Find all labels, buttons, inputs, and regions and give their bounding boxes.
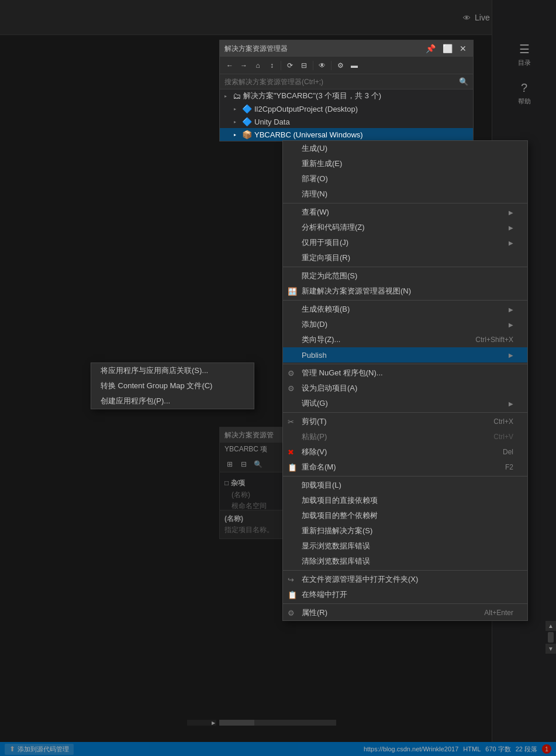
submenu-convert-content-group[interactable]: 转换 Content Group Map 文件(C) <box>91 378 254 393</box>
ctx-set-startup[interactable]: ⚙ 设为启动项目(A) <box>283 381 527 396</box>
ctx-remove-label: 移除(V) <box>302 447 503 457</box>
solution-explorer-toolbar: ← → ⌂ ↕ ⟳ ⊟ 👁 ⚙ ▬ <box>220 57 473 74</box>
ctx-class-wizard-label: 类向导(Z)... <box>302 334 475 345</box>
submenu-associate-store-label: 将应用程序与应用商店关联(S)... <box>101 365 208 376</box>
search-input[interactable] <box>225 78 459 86</box>
ctx-manage-nuget[interactable]: ⚙ 管理 NuGet 程序包(N)... <box>283 365 527 381</box>
ctx-clean[interactable]: 清理(N) <box>283 187 527 202</box>
ctx-project-only-label: 仅用于项目(J) <box>302 237 506 248</box>
ctx-view-arrow: ▶ <box>509 209 513 216</box>
ctx-analyze-arrow: ▶ <box>509 225 513 231</box>
ctx-sep-2 <box>283 267 527 267</box>
ctx-properties[interactable]: ⚙ 属性(R) Alt+Enter <box>283 605 527 620</box>
solution-explorer-title: 解决方案资源管理器 <box>225 44 288 54</box>
tree-root-item[interactable]: ▸ 🗂 解决方案"YBCARBC"(3 个项目，共 3 个) <box>220 89 473 102</box>
settings-btn[interactable]: ⚙ <box>334 59 347 72</box>
ctx-show-browse-errors[interactable]: 显示浏览数据库错误 <box>283 538 527 554</box>
ctx-sep-6 <box>283 476 527 477</box>
expand-button[interactable]: ⬜ <box>441 43 454 54</box>
search-icon[interactable]: 🔍 <box>459 77 468 86</box>
ctx-unload[interactable]: 卸载项目(L) <box>283 478 527 493</box>
ctx-remove[interactable]: ✖ 移除(V) Del <box>283 444 527 460</box>
ctx-rebuild[interactable]: 重新生成(E) <box>283 156 527 171</box>
back-btn[interactable]: ← <box>223 59 236 72</box>
tree-arrow-root: ▸ <box>225 94 230 99</box>
ctx-rename-label: 重命名(M) <box>302 462 505 472</box>
ctx-manage-nuget-label: 管理 NuGet 程序包(N)... <box>302 368 513 378</box>
sync-btn[interactable]: ↕ <box>265 59 278 72</box>
ctx-open-folder-label: 在文件资源管理器中打开文件夹(X) <box>302 574 513 585</box>
ctx-sep-8 <box>283 603 527 604</box>
solution-explorer-titlebar: 解决方案资源管理器 📌 ⬜ ✕ <box>220 40 473 57</box>
ctx-project-only[interactable]: 仅用于项目(J) ▶ <box>283 235 527 250</box>
close-button[interactable]: ✕ <box>458 43 468 54</box>
ctx-debug-arrow: ▶ <box>509 401 513 407</box>
ctx-analyze[interactable]: 分析和代码清理(Z) ▶ <box>283 220 527 235</box>
ctx-gen-deps[interactable]: 生成依赖项(B) ▶ <box>283 302 527 317</box>
tree-icon-il2cpp: 🔷 <box>242 104 252 113</box>
ctx-load-direct-label: 加载项目的直接依赖项 <box>302 495 513 506</box>
ctx-load-direct[interactable]: 加载项目的直接依赖项 <box>283 493 527 508</box>
tree-arrow-il2cpp: ▸ <box>234 106 240 112</box>
toolbar-separator-3 <box>331 61 331 70</box>
search-box: 🔍 <box>220 74 473 89</box>
refresh-btn[interactable]: ⟳ <box>284 59 296 72</box>
pin-button[interactable]: 📌 <box>424 43 437 54</box>
ctx-set-startup-label: 设为启动项目(A) <box>302 383 513 393</box>
ctx-build[interactable]: 生成(U) <box>283 141 527 156</box>
ctx-rename[interactable]: 📋 重命名(M) F2 <box>283 460 527 475</box>
tree-icon-unity: 🔷 <box>242 117 252 126</box>
ctx-open-terminal-label: 在终端中打开 <box>302 589 513 600</box>
ctx-cut-label: 剪切(T) <box>302 416 493 427</box>
tree-item-unity[interactable]: ▸ 🔷 Unity Data <box>220 115 473 128</box>
ctx-open-folder[interactable]: ↪ 在文件资源管理器中打开文件夹(X) <box>283 572 527 587</box>
ctx-sep-7 <box>283 570 527 571</box>
tree-label-ybcarbc: YBCARBC (Universal Windows) <box>254 130 363 139</box>
ctx-class-wizard-shortcut: Ctrl+Shift+X <box>475 336 513 344</box>
tree-item-il2cpp[interactable]: ▸ 🔷 Il2CppOutputProject (Desktop) <box>220 102 473 115</box>
ctx-class-wizard[interactable]: 类向导(Z)... Ctrl+Shift+X <box>283 332 527 347</box>
forward-btn[interactable]: → <box>237 59 250 72</box>
ctx-sep-3 <box>283 300 527 301</box>
filter-btn[interactable]: ▬ <box>348 59 361 72</box>
ctx-project-only-arrow: ▶ <box>509 240 513 246</box>
ctx-clear-browse-errors[interactable]: 清除浏览数据库错误 <box>283 554 527 569</box>
ctx-clean-label: 清理(N) <box>302 189 513 199</box>
ctx-properties-shortcut: Alt+Enter <box>484 609 513 617</box>
tree-label-il2cpp: Il2CppOutputProject (Desktop) <box>254 105 358 113</box>
ctx-publish[interactable]: Publish ▶ <box>283 347 527 363</box>
ctx-view[interactable]: 查看(W) ▶ <box>283 205 527 220</box>
ctx-add[interactable]: 添加(D) ▶ <box>283 317 527 332</box>
ctx-scope[interactable]: 限定为此范围(S) <box>283 268 527 284</box>
ctx-load-all[interactable]: 加载项目的整个依赖树 <box>283 508 527 523</box>
ctx-clear-browse-errors-label: 清除浏览数据库错误 <box>302 556 513 567</box>
ctx-deploy[interactable]: 部署(O) <box>283 171 527 187</box>
submenu-associate-store[interactable]: 将应用程序与应用商店关联(S)... <box>91 363 254 378</box>
toolbar-separator-1 <box>281 61 281 70</box>
ctx-properties-icon: ⚙ <box>288 609 295 617</box>
ctx-paste-label: 粘贴(P) <box>302 431 493 442</box>
collapse-btn[interactable]: ⊟ <box>298 59 310 72</box>
submenu-convert-label: 转换 Content Group Map 文件(C) <box>101 381 212 391</box>
ctx-remove-icon: ✖ <box>288 448 294 457</box>
ctx-debug[interactable]: 调试(G) ▶ <box>283 396 527 411</box>
ctx-cut[interactable]: ✂ 剪切(T) Ctrl+X <box>283 414 527 429</box>
ctx-sep-4 <box>283 364 527 364</box>
ctx-rename-shortcut: F2 <box>505 463 513 471</box>
ctx-open-folder-icon: ↪ <box>288 575 294 584</box>
home-btn[interactable]: ⌂ <box>251 59 264 72</box>
ctx-analyze-label: 分析和代码清理(Z) <box>302 222 506 233</box>
ctx-rescan[interactable]: 重新扫描解决方案(S) <box>283 523 527 538</box>
ctx-gen-deps-label: 生成依赖项(B) <box>302 304 506 315</box>
ctx-retarget[interactable]: 重定向项目(R) <box>283 250 527 265</box>
ctx-new-view[interactable]: 🪟 新建解决方案资源管理器视图(N) <box>283 284 527 299</box>
ctx-paste[interactable]: 粘贴(P) Ctrl+V <box>283 429 527 444</box>
tree-label-unity: Unity Data <box>254 118 290 126</box>
tree-icon-root: 🗂 <box>233 91 241 101</box>
tree-item-ybcarbc[interactable]: ▸ 📦 YBCARBC (Universal Windows) <box>220 128 473 141</box>
ctx-properties-label: 属性(R) <box>302 607 484 618</box>
ctx-open-terminal[interactable]: 📋 在终端中打开 <box>283 587 527 602</box>
submenu-create-package[interactable]: 创建应用程序包(P)... <box>91 393 254 409</box>
show-all-btn[interactable]: 👁 <box>316 59 329 72</box>
ctx-add-arrow: ▶ <box>509 322 513 328</box>
